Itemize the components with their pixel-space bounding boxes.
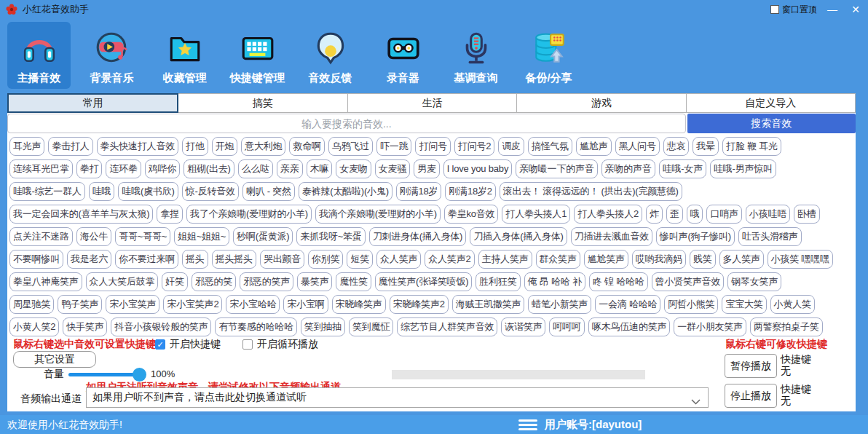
sound-button[interactable]: 蜡笔小新笑声 xyxy=(528,295,591,314)
sound-button[interactable]: 打脸 鞭 耳光 xyxy=(722,137,781,156)
sound-button[interactable]: 短笑 xyxy=(347,250,373,269)
tab-1[interactable]: 搞笑 xyxy=(178,93,347,113)
sound-button[interactable]: 打人拳头揍人1 xyxy=(502,205,570,224)
sound-button[interactable]: 俺 昂 哈哈 补 xyxy=(524,272,585,291)
sound-button[interactable]: 拳打 xyxy=(76,159,103,178)
sound-button[interactable]: 呵呵呵 xyxy=(549,317,584,336)
close-button[interactable]: ✕ xyxy=(848,1,864,17)
search-input[interactable] xyxy=(7,114,686,133)
sound-button[interactable]: 拿捏 xyxy=(157,205,183,224)
tool-feedback-balloon[interactable]: 音效反馈 xyxy=(299,22,362,89)
sound-button[interactable]: 连环拳 xyxy=(106,159,141,178)
sound-button[interactable]: 悲哀 xyxy=(663,137,690,156)
sound-button[interactable]: 尴尬笑声 xyxy=(584,250,628,269)
sound-button[interactable]: 小黄人笑 xyxy=(770,295,815,314)
sound-button[interactable]: 喇叭 - 突然 xyxy=(242,182,295,201)
sound-button[interactable]: 魔性笑声(张译笑喷饭) xyxy=(375,272,472,291)
sound-button[interactable]: 小孩哇唔 xyxy=(746,205,790,224)
sound-button[interactable]: 拳皇八神庵笑声 xyxy=(9,272,82,291)
sound-button[interactable]: 鸭子笑声 xyxy=(58,295,102,314)
sound-button[interactable]: 我晕 xyxy=(693,137,719,156)
sound-button[interactable]: 点关注不迷路 xyxy=(9,227,73,246)
sound-button[interactable]: 小孩笑 嘿嘿嘿 xyxy=(768,250,833,269)
sound-button[interactable]: 笑到抽抽 xyxy=(301,317,345,336)
sound-button[interactable]: 阿哲小熊笑 xyxy=(664,295,718,314)
sound-button[interactable]: 秒啊(蛋黄派) xyxy=(233,227,293,246)
sound-button[interactable]: 宋小宝笑声2 xyxy=(163,295,222,314)
pin-on-top-toggle[interactable]: 窗口置顶 xyxy=(770,4,817,16)
sound-button[interactable]: 众人笑声 xyxy=(376,250,421,269)
sound-button[interactable]: 鸡哔你 xyxy=(145,159,180,178)
sound-button[interactable]: 邪恶的笑声 xyxy=(240,272,293,291)
sound-button[interactable]: 刀刺进身体(捅入身体) xyxy=(369,227,466,246)
tool-backup-share[interactable]: 备份/分享 xyxy=(517,22,580,89)
sound-button[interactable]: 木嘛 xyxy=(307,159,333,178)
sound-button[interactable]: 拳皇ko音效 xyxy=(444,205,499,224)
tab-4[interactable]: 自定义导入 xyxy=(687,93,856,113)
sound-button[interactable]: 啄木鸟伍迪的笑声 xyxy=(588,317,670,336)
search-button[interactable]: 搜索音效 xyxy=(687,114,856,133)
sound-button[interactable]: 哇哦-女声 xyxy=(659,159,706,178)
sound-button[interactable]: 打人拳头揍人2 xyxy=(574,205,642,224)
tab-0[interactable]: 常用 xyxy=(7,93,178,113)
sound-button[interactable]: 哇哦(虞书欣) xyxy=(118,182,178,201)
sound-button[interactable]: 哇哦 xyxy=(89,182,115,201)
sound-button[interactable]: 男麦 xyxy=(414,159,440,178)
sound-button[interactable]: 耳光声 xyxy=(9,137,44,156)
sound-button[interactable]: 黑人问号 xyxy=(615,137,660,156)
sound-button[interactable]: 我一定会回来的(喜羊羊与灰太狼) xyxy=(9,205,153,224)
sound-button[interactable]: 综艺节目人群笑声音效 xyxy=(397,317,497,336)
sound-button[interactable]: 哎哟我滴妈 xyxy=(632,250,686,269)
sound-button[interactable]: 刀插入身体(捅入身体) xyxy=(470,227,567,246)
sound-button[interactable]: 搞怪气氛 xyxy=(528,137,572,156)
sound-button[interactable]: 意大利炮 xyxy=(241,137,285,156)
sound-button[interactable]: 么么哒 xyxy=(238,159,273,178)
sound-button[interactable]: 亲亲 xyxy=(277,159,303,178)
sound-button[interactable]: 刚满18岁2 xyxy=(445,182,496,201)
sound-button[interactable]: 我滴个亲娘嘞(爱理财的小羊) xyxy=(315,205,441,224)
sound-button[interactable]: 开炮 xyxy=(212,137,238,156)
sound-button[interactable]: 调皮 xyxy=(498,137,524,156)
volume-slider-track[interactable] xyxy=(68,373,139,376)
sound-button[interactable]: 贱笑 xyxy=(690,250,716,269)
tool-headphones[interactable]: 主播音效 xyxy=(7,22,71,89)
sound-button[interactable]: 抖音小孩银铃般的笑声 xyxy=(111,317,211,336)
sound-button[interactable]: 滚出去！ 滚得远远的！ (拱出去)(完颜慧德) xyxy=(500,182,682,201)
other-settings-button[interactable]: 其它设置 xyxy=(13,351,96,368)
sound-button[interactable]: 刚满18岁 xyxy=(396,182,441,201)
sound-button[interactable]: 咚 锽 哈哈哈 xyxy=(589,272,648,291)
sound-button[interactable]: 笑到魔怔 xyxy=(349,317,393,336)
sound-button[interactable]: 哇哦-综艺一群人 xyxy=(9,182,85,201)
sound-button[interactable]: 亲吻嘬一下的声音 xyxy=(516,159,597,178)
sound-button[interactable]: 宋小宝啊 xyxy=(283,295,328,314)
sound-button[interactable]: 两警察拍桌子笑 xyxy=(750,317,823,336)
tool-keyboard[interactable]: 快捷键管理 xyxy=(226,22,289,89)
tool-microphone[interactable]: 基调查询 xyxy=(444,22,508,89)
sound-button[interactable]: 群众笑声 xyxy=(536,250,580,269)
sound-button[interactable]: 海贼王凯撒笑声 xyxy=(452,295,525,314)
sound-button[interactable]: 拳头快速打人音效 xyxy=(97,137,178,156)
sound-button[interactable]: 卧槽 xyxy=(794,205,820,224)
tool-music-disc[interactable]: 背景音乐 xyxy=(80,22,143,89)
sound-button[interactable]: 不要啊惨叫 xyxy=(9,250,63,269)
sound-button[interactable]: 你别笑 xyxy=(308,250,343,269)
sound-button[interactable]: 众人笑声2 xyxy=(425,250,474,269)
sound-button[interactable]: 我了个亲娘嘞(爱理财的小羊) xyxy=(186,205,312,224)
sound-button[interactable]: 暴笑声 xyxy=(297,272,332,291)
sound-button[interactable]: 吐舌头滑稽声 xyxy=(738,227,802,246)
pause-playback-button[interactable]: 暂停播放 xyxy=(725,354,777,378)
tool-cassette[interactable]: 录音器 xyxy=(371,22,435,89)
sound-button[interactable]: 诙谐笑声 xyxy=(501,317,545,336)
sound-button[interactable]: 有节奏感的哈哈哈 xyxy=(215,317,296,336)
sound-button[interactable]: 女麦骚 xyxy=(375,159,410,178)
sound-button[interactable]: 惨叫声(狗子惨叫) xyxy=(656,227,735,246)
sound-button[interactable]: 打问号2 xyxy=(454,137,494,156)
sound-button[interactable]: 曾小贤笑声音效 xyxy=(652,272,725,291)
sound-button[interactable]: 周星驰笑 xyxy=(9,295,54,314)
sound-button[interactable]: 拳击打人 xyxy=(48,137,92,156)
sound-button[interactable]: 众人大笑后鼓掌 xyxy=(86,272,159,291)
sound-button[interactable]: 吓一跳 xyxy=(376,137,411,156)
sound-button[interactable]: 亲吻的声音 xyxy=(601,159,655,178)
sound-button[interactable]: 救命啊 xyxy=(289,137,324,156)
sound-button[interactable]: I love you baby xyxy=(443,159,512,178)
